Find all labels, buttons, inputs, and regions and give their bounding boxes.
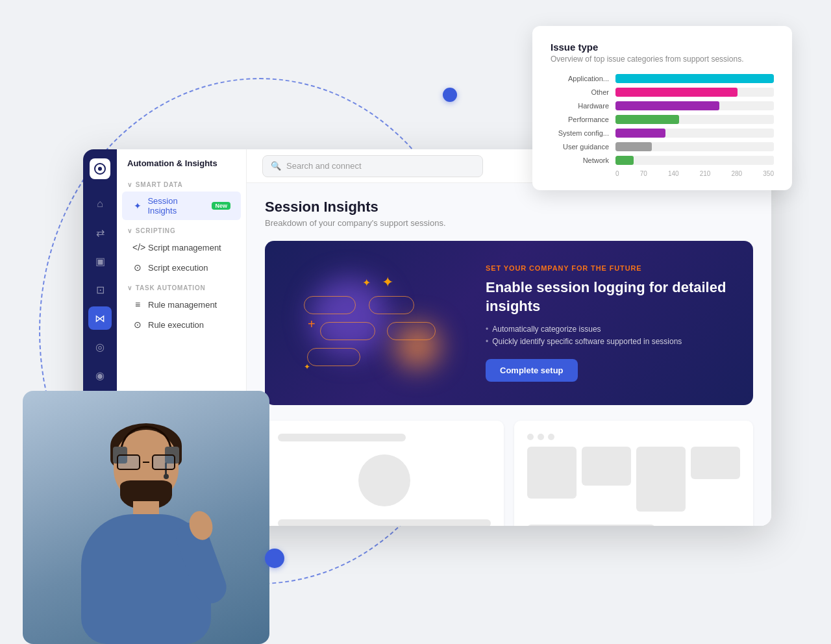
chart-bar-fill bbox=[615, 142, 652, 151]
sidebar-item-rule-management[interactable]: ≡ Rule management bbox=[122, 295, 241, 314]
page-title: Session Insights bbox=[265, 199, 753, 216]
complete-setup-button[interactable]: Complete setup bbox=[486, 359, 578, 382]
chart-bar-label: Network bbox=[551, 156, 609, 164]
glasses-right bbox=[152, 454, 175, 470]
hero-tagline: SET YOUR COMPANY FOR THE FUTURE bbox=[486, 264, 727, 272]
hero-bullet-2: Quickly identify specific software suppo… bbox=[486, 337, 727, 346]
flow-shape-5 bbox=[307, 348, 360, 366]
skeleton-card-1 bbox=[265, 421, 504, 526]
hero-banner: + ✦ ✦ ✦ SET YOUR COMPANY FOR THE FUTURE … bbox=[265, 241, 753, 405]
chart-bar-fill bbox=[615, 101, 719, 110]
sidebar-item-script-management[interactable]: </> Script management bbox=[122, 238, 241, 257]
sidebar-section-smart-data: SMART DATA bbox=[117, 175, 246, 191]
sidebar-app-title: Automation & Insights bbox=[117, 158, 246, 175]
chart-bar-wrap bbox=[615, 74, 774, 83]
axis-label: 350 bbox=[763, 170, 774, 177]
sidebar-item-rule-execution[interactable]: ⊙ Rule execution bbox=[122, 315, 241, 334]
axis-label: 280 bbox=[732, 170, 743, 177]
sidebar-icon-home[interactable]: ⌂ bbox=[88, 192, 112, 216]
axis-label: 0 bbox=[615, 170, 619, 177]
page-subtitle: Breakdown of your company's support sess… bbox=[265, 218, 753, 228]
person-glasses bbox=[117, 454, 175, 470]
chart-axis: 070140210280350 bbox=[551, 170, 774, 177]
hero-bullets: Automatically categorize issues Quickly … bbox=[486, 325, 727, 346]
skeleton-card-2 bbox=[514, 421, 753, 526]
orb-purple bbox=[310, 278, 388, 356]
chart-bar-row: Other bbox=[551, 88, 774, 97]
chart-bar-row: Hardware bbox=[551, 101, 774, 110]
sidebar-icon-eye[interactable]: ◉ bbox=[88, 364, 112, 387]
chart-bar-wrap bbox=[615, 101, 774, 110]
plus-icon: + bbox=[308, 317, 316, 332]
flow-shape-3 bbox=[320, 322, 375, 340]
chart-bar-row: Network bbox=[551, 156, 774, 165]
person-photo bbox=[23, 391, 269, 644]
chart-bar-fill bbox=[615, 74, 774, 83]
search-icon: 🔍 bbox=[271, 161, 281, 171]
main-content: 🔍 Search and connect Session Insights Br… bbox=[247, 149, 771, 526]
skeleton-tall-bar bbox=[691, 447, 740, 479]
hero-visual: + ✦ ✦ ✦ bbox=[291, 271, 460, 375]
issue-type-chart-card: Issue type Overview of top issue categor… bbox=[532, 26, 792, 190]
chart-bar-label: Other bbox=[551, 88, 609, 96]
glasses-left bbox=[117, 454, 140, 470]
sparkles-icon: ✦ bbox=[132, 201, 142, 211]
sidebar-icon-headset[interactable]: ◎ bbox=[88, 335, 112, 358]
axis-label: 140 bbox=[668, 170, 679, 177]
sidebar-icon-transfer[interactable]: ⇄ bbox=[88, 221, 112, 244]
chart-bar-label: User guidance bbox=[551, 143, 609, 151]
skeleton-bar bbox=[527, 525, 655, 526]
skeleton-bar bbox=[278, 519, 491, 526]
sidebar-section-scripting: SCRIPTING bbox=[117, 221, 246, 237]
hero-bullet-1: Automatically categorize issues bbox=[486, 325, 727, 334]
chart-subtitle: Overview of top issue categories from su… bbox=[551, 55, 774, 64]
star-icon-1: ✦ bbox=[362, 277, 371, 289]
chart-bar-row: System config... bbox=[551, 129, 774, 138]
chart-bar-fill bbox=[615, 129, 665, 138]
chart-bar-fill bbox=[615, 156, 634, 165]
search-placeholder: Search and connect bbox=[286, 161, 362, 171]
axis-label: 210 bbox=[700, 170, 711, 177]
star-icon-2: ✦ bbox=[304, 362, 310, 371]
skeleton-dots bbox=[527, 434, 740, 440]
flow-shape-1 bbox=[304, 296, 356, 314]
chart-bar-row: User guidance bbox=[551, 142, 774, 151]
chart-bar-wrap bbox=[615, 115, 774, 124]
skeleton-tall-bar bbox=[636, 447, 686, 512]
chart-bar-fill bbox=[615, 115, 679, 124]
chart-bar-label: Application... bbox=[551, 75, 609, 82]
sidebar-icon-shield[interactable]: ⊡ bbox=[88, 278, 112, 301]
skeleton-circle bbox=[358, 454, 410, 506]
search-bar[interactable]: 🔍 Search and connect bbox=[262, 155, 483, 177]
chart-bar-row: Performance bbox=[551, 115, 774, 124]
sidebar-item-session-insights[interactable]: ✦ Session Insights New bbox=[122, 192, 241, 220]
chart-bar-wrap bbox=[615, 129, 774, 138]
hero-title: Enable session logging for detailed insi… bbox=[486, 279, 727, 316]
chart-bar-label: Performance bbox=[551, 116, 609, 123]
axis-label: 70 bbox=[640, 170, 647, 177]
sidebar-item-script-execution[interactable]: ⊙ Script execution bbox=[122, 258, 241, 277]
path-dot-bottom bbox=[265, 549, 284, 568]
chart-title: Issue type bbox=[551, 42, 774, 53]
sidebar-icon-monitor[interactable]: ▣ bbox=[88, 249, 112, 273]
sidebar-icon-graph[interactable]: ⋈ bbox=[88, 306, 112, 330]
skeleton-content bbox=[265, 421, 753, 526]
chart-bar-wrap bbox=[615, 156, 774, 165]
clock-icon: ⊙ bbox=[132, 262, 143, 273]
sidebar-section-task-automation: TASK AUTOMATION bbox=[117, 278, 246, 294]
list-icon: ≡ bbox=[132, 299, 143, 310]
chart-bar-wrap bbox=[615, 142, 774, 151]
chart-bar-fill bbox=[615, 88, 738, 97]
hero-text: SET YOUR COMPANY FOR THE FUTURE Enable s… bbox=[486, 264, 727, 382]
logo-icon bbox=[94, 163, 106, 175]
chart-bar-label: Hardware bbox=[551, 102, 609, 110]
skeleton-bar bbox=[278, 434, 406, 441]
glasses-bridge bbox=[143, 462, 149, 463]
chart-bar-wrap bbox=[615, 88, 774, 97]
flow-shape-2 bbox=[369, 296, 414, 314]
app-logo[interactable] bbox=[90, 158, 110, 179]
chart-bar-label: System config... bbox=[551, 129, 609, 137]
chart-bar-row: Application... bbox=[551, 74, 774, 83]
star-icon-big: ✦ bbox=[382, 274, 393, 291]
skeleton-tall-bar bbox=[582, 447, 631, 486]
